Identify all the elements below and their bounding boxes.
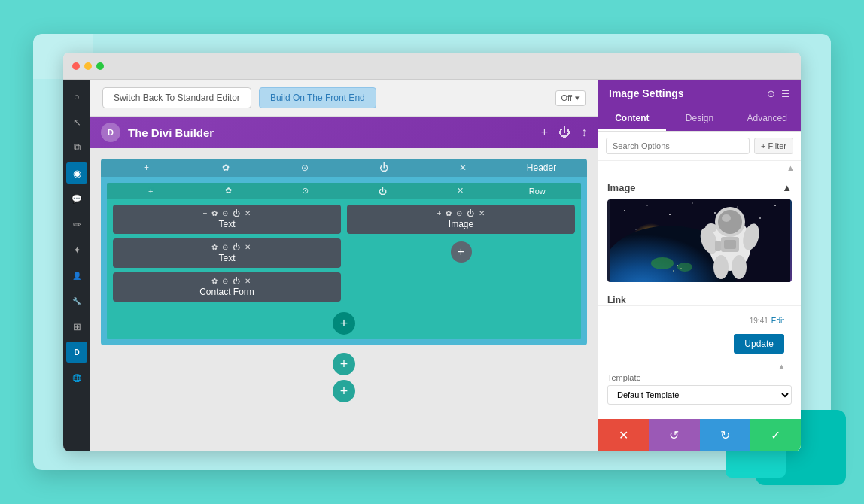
divi-header-right: + ⏻ ↕	[541, 126, 587, 139]
browser-dot-green[interactable]	[96, 62, 104, 70]
tab-content[interactable]: Content	[598, 107, 666, 131]
module-text-2: + ✿ ⊙ ⏻ ✕ Text	[113, 238, 341, 268]
off-label: Off	[561, 93, 572, 102]
svg-rect-29	[724, 240, 736, 249]
power-section-icon[interactable]: ⏻	[347, 162, 420, 173]
section-label: Header	[505, 162, 578, 173]
image-settings-panel: Image Settings ⊙ ☰ Content Design Advanc…	[598, 80, 801, 451]
row-section: + ✿ ⊙ ⏻ ✕ Row	[107, 183, 581, 339]
revision-time: 19:41	[750, 317, 768, 325]
add-module-col2-button[interactable]: +	[451, 241, 472, 263]
update-button[interactable]: Update	[734, 334, 784, 354]
add-row-button[interactable]: +	[333, 312, 355, 335]
panel-body: + Filter ▲ Image ▲	[598, 132, 801, 419]
sidebar-item-person[interactable]: 👤	[66, 265, 87, 286]
revision-edit-link[interactable]: Edit	[771, 317, 784, 325]
svg-point-6	[737, 206, 738, 208]
mod2-power-icon[interactable]: ⏻	[233, 243, 240, 251]
arrows-icon[interactable]: ↕	[581, 126, 587, 139]
sidebar-item-layers[interactable]: ⧉	[66, 137, 87, 158]
sidebar-item-circle[interactable]: ○	[66, 86, 87, 107]
svg-point-27	[732, 255, 747, 279]
scroll-up-indicator[interactable]: ▲	[598, 161, 801, 175]
order-section: Order	[598, 412, 801, 419]
mod2-add-icon[interactable]: +	[203, 243, 208, 251]
browser-dot-red[interactable]	[72, 62, 80, 70]
sidebar-item-wand[interactable]: ✦	[66, 239, 87, 260]
sidebar-item-wrench[interactable]: 🔧	[66, 290, 87, 311]
module-controls-3: + ✿ ⊙ ⏻ ✕	[203, 277, 251, 285]
power-icon[interactable]: ⏻	[558, 126, 570, 139]
image-section-label: Image	[607, 182, 636, 193]
sidebar-item-divi[interactable]: D	[66, 342, 87, 363]
settings-section-icon[interactable]: ✿	[189, 162, 262, 173]
delete-row-icon[interactable]: ✕	[424, 186, 497, 196]
tab-advanced[interactable]: Advanced	[733, 107, 801, 131]
mod2-settings-icon[interactable]: ✿	[211, 243, 218, 251]
delete-section-icon[interactable]: ✕	[426, 162, 499, 173]
mod4-settings-icon[interactable]: ✿	[446, 209, 452, 217]
panel-header: Image Settings ⊙ ☰	[598, 80, 801, 107]
mod3-delete-icon[interactable]: ✕	[245, 277, 251, 285]
mod3-add-icon[interactable]: +	[203, 277, 208, 285]
power-row-icon[interactable]: ⏻	[346, 187, 419, 196]
add-section-icon[interactable]: +	[110, 162, 183, 173]
module-name-image: Image	[449, 219, 473, 229]
svg-point-22	[722, 214, 731, 222]
mod3-settings-icon[interactable]: ✿	[211, 277, 218, 285]
panel-menu-icon[interactable]: ☰	[781, 88, 790, 99]
divi-builder-header: D The Divi Builder + ⏻ ↕	[90, 117, 598, 148]
search-options-input[interactable]	[606, 138, 750, 154]
screen-wrapper: ○ ↖ ⧉ ◉ 💬 ✏ ✦ 👤 🔧 ⊞ D 🌐 Switch Back To S…	[33, 34, 831, 470]
mod-add-icon[interactable]: +	[203, 209, 208, 217]
sidebar-item-comment[interactable]: 💬	[66, 188, 87, 209]
divi-builder-title: The Divi Builder	[128, 126, 214, 139]
svg-point-26	[713, 255, 729, 279]
mod4-power-icon[interactable]: ⏻	[467, 209, 474, 217]
off-toggle[interactable]: Off ▾	[555, 90, 586, 106]
sidebar-item-cursor[interactable]: ↖	[66, 111, 87, 132]
copy-section-icon[interactable]: ⊙	[268, 162, 341, 173]
mod-copy-icon[interactable]: ⊙	[222, 209, 228, 217]
add-row-icon[interactable]: +	[114, 187, 187, 196]
mod2-copy-icon[interactable]: ⊙	[222, 243, 228, 251]
undo-button[interactable]: ↺	[649, 419, 699, 451]
settings-row-icon[interactable]: ✿	[192, 186, 265, 196]
sidebar-item-pencil[interactable]: ✏	[66, 214, 87, 235]
build-front-button[interactable]: Build On The Front End	[259, 87, 376, 108]
scroll-up-right[interactable]: ▲	[607, 360, 792, 373]
sidebar-item-grid[interactable]: ⊞	[66, 316, 87, 337]
browser-body: ○ ↖ ⧉ ◉ 💬 ✏ ✦ 👤 🔧 ⊞ D 🌐 Switch Back To S…	[63, 80, 801, 451]
header-section: + ✿ ⊙ ⏻ ✕ Header + ✿ ⊙	[101, 159, 587, 345]
mod4-copy-icon[interactable]: ⊙	[456, 209, 462, 217]
image-preview[interactable]	[607, 199, 792, 282]
mod4-add-icon[interactable]: +	[437, 209, 442, 217]
switch-back-button[interactable]: Switch Back To Standard Editor	[102, 87, 251, 108]
cancel-button[interactable]: ✕	[598, 419, 649, 451]
bottom-add-buttons: + +	[101, 353, 587, 410]
mod2-delete-icon[interactable]: ✕	[245, 243, 251, 251]
panel-refresh-icon[interactable]: ⊙	[767, 88, 775, 99]
mod-delete-icon[interactable]: ✕	[245, 209, 251, 217]
add-icon[interactable]: +	[541, 126, 548, 139]
mod-settings-icon[interactable]: ✿	[211, 209, 218, 217]
copy-row-icon[interactable]: ⊙	[269, 186, 342, 196]
mod-power-icon[interactable]: ⏻	[233, 209, 240, 217]
mod4-delete-icon[interactable]: ✕	[479, 209, 485, 217]
builder-canvas: + ✿ ⊙ ⏻ ✕ Header + ✿ ⊙	[90, 148, 598, 451]
filter-button[interactable]: + Filter	[754, 138, 793, 154]
add-section-button-2[interactable]: +	[333, 380, 355, 402]
module-col-2: + ✿ ⊙ ⏻ ✕ Image +	[347, 205, 575, 302]
mod3-copy-icon[interactable]: ⊙	[222, 277, 228, 285]
template-select[interactable]: Default Template	[607, 385, 792, 405]
save-button[interactable]: ✓	[750, 419, 801, 451]
svg-point-8	[774, 205, 776, 206]
sidebar-item-globe[interactable]: 🌐	[66, 367, 87, 388]
chevron-up-icon[interactable]: ▲	[782, 182, 792, 193]
add-section-button-1[interactable]: +	[333, 353, 355, 375]
mod3-power-icon[interactable]: ⏻	[233, 277, 240, 285]
sidebar-item-highlight[interactable]: ◉	[66, 162, 87, 184]
browser-dot-yellow[interactable]	[84, 62, 92, 70]
redo-button[interactable]: ↻	[700, 419, 750, 451]
tab-design[interactable]: Design	[666, 107, 734, 131]
